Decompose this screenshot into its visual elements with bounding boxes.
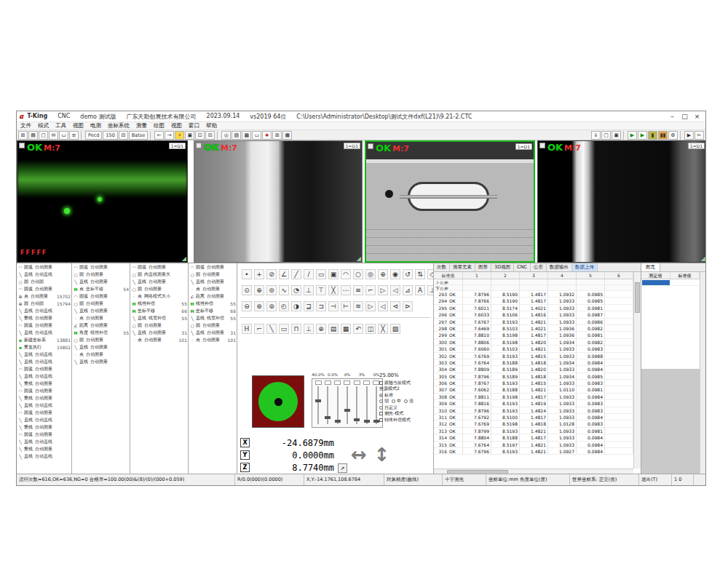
measure-tool-icon[interactable]: ◁ bbox=[390, 285, 400, 295]
data-row[interactable]: 297OK7.67678.51931.48211.09330.0986 bbox=[434, 319, 633, 325]
folder-new-icon[interactable]: ▣ bbox=[612, 131, 621, 140]
list-item[interactable]: ╲直线自动测量31 bbox=[189, 329, 237, 336]
data-row[interactable]: 294OK7.87668.51901.48171.09330.0985 bbox=[434, 298, 633, 304]
batch-button[interactable]: Batse bbox=[129, 131, 148, 140]
light-slider[interactable] bbox=[353, 380, 360, 427]
results-scrollbar[interactable] bbox=[700, 272, 705, 475]
measure-tool-icon[interactable]: ⊥ bbox=[304, 324, 314, 334]
table-tab-1[interactable]: 测量元素 bbox=[450, 263, 475, 271]
list-item[interactable]: ◠圆弧自动测量 bbox=[17, 322, 71, 329]
data-row[interactable]: 313OK7.87998.51931.48211.09330.0981 bbox=[434, 428, 633, 434]
list-item[interactable]: ╲直线自动直线 bbox=[17, 438, 71, 445]
list-item[interactable]: ╲直线自动测量 bbox=[72, 358, 130, 365]
measure-tool-icon[interactable]: ╲ bbox=[266, 324, 277, 334]
star-button[interactable]: ∗ bbox=[262, 131, 272, 140]
measure-tool-icon[interactable]: ≋ bbox=[353, 301, 363, 311]
list-item[interactable]: H线性补偿55 bbox=[130, 300, 188, 307]
measure-tool-icon[interactable]: / bbox=[304, 269, 314, 279]
light-slider[interactable] bbox=[334, 380, 341, 427]
list-item[interactable]: ◠圆弧自动测量 bbox=[72, 292, 130, 300]
edit-cut-icon[interactable]: ✂ bbox=[695, 131, 704, 140]
measure-tool-icon[interactable]: ▷ bbox=[378, 285, 388, 295]
data-row[interactable]: 304OK7.88098.51891.48201.09330.0984 bbox=[434, 366, 633, 372]
measure-tool-icon[interactable]: ╱ bbox=[291, 269, 301, 279]
axis-zero-button[interactable]: Z bbox=[240, 463, 250, 472]
list-item[interactable]: ◠圆弧自动测量 bbox=[17, 431, 71, 438]
list-item[interactable]: ◠圆弧自动测量 bbox=[17, 365, 71, 372]
data-row[interactable]: 296OK7.60338.51061.48161.09330.0987 bbox=[434, 311, 633, 318]
vertical-scrollbar[interactable] bbox=[633, 272, 641, 469]
list-item[interactable]: ⊕点自动测量15702 bbox=[17, 292, 71, 300]
list-item[interactable]: ╲直线自动直线 bbox=[17, 271, 71, 278]
list-item[interactable]: ○圆内直线测量大 bbox=[130, 271, 188, 278]
light-option[interactable]: 弱 bbox=[379, 399, 389, 405]
light-option[interactable]: 自定义 bbox=[379, 404, 432, 411]
list-item[interactable]: ╲直线自动直线 bbox=[17, 402, 71, 409]
measure-tool-icon[interactable]: ⊖ bbox=[242, 301, 252, 311]
light-slider[interactable] bbox=[344, 380, 351, 427]
flash-button[interactable]: ⚡ bbox=[175, 131, 184, 140]
measure-tool-icon[interactable]: ∠ bbox=[279, 269, 289, 279]
list-item[interactable]: ○圆自动测量 bbox=[130, 285, 188, 292]
measure-tool-icon[interactable]: ⊢ bbox=[341, 301, 351, 311]
list-item[interactable]: ╲直线自动直线 bbox=[17, 329, 71, 336]
list-icon[interactable]: ≡ bbox=[69, 131, 79, 140]
list-item[interactable]: ╲直线自动直线 bbox=[17, 372, 71, 380]
axis-zero-button[interactable]: Y bbox=[240, 450, 250, 460]
measure-tool-icon[interactable]: ▭ bbox=[316, 269, 326, 279]
list-item[interactable]: ╲直线自动直线 bbox=[17, 416, 71, 423]
capture-icon[interactable]: ▣ bbox=[185, 131, 194, 140]
list-item[interactable]: ╲重线自动测量 bbox=[17, 445, 71, 453]
list-item[interactable]: ╲直线自动直线 bbox=[17, 453, 71, 460]
speed-value-button[interactable]: 150 bbox=[103, 131, 117, 140]
camera-menu-icon[interactable] bbox=[368, 143, 373, 149]
results-first-row[interactable] bbox=[641, 279, 700, 286]
measure-tool-icon[interactable]: ◔ bbox=[291, 285, 301, 295]
open-file-icon[interactable]: ▢ bbox=[39, 131, 48, 140]
list-item[interactable]: H角度线性补偿55 bbox=[72, 329, 130, 336]
list-item[interactable]: ◠圆弧自动测量 bbox=[130, 263, 188, 271]
maximize-button[interactable]: □ bbox=[678, 112, 691, 121]
play-single-icon[interactable]: ▶ bbox=[684, 131, 694, 140]
camera-menu-icon[interactable] bbox=[196, 143, 202, 148]
table-tab-2[interactable]: 图形 bbox=[475, 263, 491, 271]
measure-tool-icon[interactable]: ⊐ bbox=[316, 301, 326, 311]
camera-preview[interactable] bbox=[252, 375, 304, 428]
resize-icon[interactable]: ◢ bbox=[182, 255, 186, 262]
list-item[interactable]: ◠圆弧自动测量 bbox=[17, 263, 71, 271]
table-tab-6[interactable]: 数据输出 bbox=[547, 263, 572, 271]
list-item[interactable]: ╲直线自动直线 bbox=[17, 351, 71, 358]
close-button[interactable]: × bbox=[691, 112, 703, 121]
measure-tool-icon[interactable]: ⊕ bbox=[378, 269, 388, 279]
list-item[interactable]: ◠圆弧自动测量 bbox=[17, 285, 71, 292]
resize-icon[interactable]: ◢ bbox=[529, 255, 533, 261]
table-tab-0[interactable]: 次数 bbox=[434, 263, 450, 271]
list-item[interactable]: ∠距离自动测量 bbox=[189, 292, 237, 300]
list-item[interactable]: ╲直线自动测量 bbox=[72, 307, 130, 314]
measure-tool-icon[interactable]: ▣ bbox=[328, 269, 339, 279]
list-item[interactable]: ╲直线自动直线 bbox=[17, 307, 71, 314]
menu-item-3[interactable]: 视图 bbox=[73, 122, 84, 129]
view-toggle-icon[interactable]: ▤ bbox=[28, 131, 38, 140]
measure-tool-icon[interactable]: ◑ bbox=[291, 301, 301, 311]
data-row[interactable]: 306OK7.87678.51931.48151.09330.0983 bbox=[434, 380, 633, 386]
measure-tool-icon[interactable]: ⊕ bbox=[316, 324, 326, 334]
data-row[interactable]: 314OK7.88048.51881.48171.09330.0984 bbox=[434, 434, 633, 441]
monitor-icon[interactable]: ▭ bbox=[59, 131, 68, 140]
measure-tool-icon[interactable]: ◫ bbox=[365, 324, 376, 334]
resize-icon[interactable]: ◢ bbox=[357, 255, 361, 262]
measure-tool-icon[interactable]: + bbox=[254, 269, 264, 279]
resize-icon[interactable]: ◢ bbox=[701, 255, 705, 262]
data-row[interactable]: 305OK7.87968.51891.48181.09340.0985 bbox=[434, 373, 633, 380]
slider-thumb[interactable] bbox=[335, 420, 341, 423]
list-item[interactable]: ╲直线线宽补偿55 bbox=[189, 314, 237, 322]
list-item[interactable]: H坐标平移66 bbox=[189, 307, 237, 314]
measure-tool-icon[interactable]: A bbox=[415, 285, 425, 295]
measure-tool-icon[interactable]: ◴ bbox=[279, 301, 289, 311]
measure-tool-icon[interactable]: ▤ bbox=[328, 324, 339, 334]
list-item[interactable]: ╲直线自动测量31 bbox=[130, 329, 188, 336]
feed-button[interactable]: Pecd bbox=[85, 131, 102, 140]
measure-tool-icon[interactable]: ⊕ bbox=[254, 285, 264, 295]
measure-tool-icon[interactable]: ⋯ bbox=[341, 285, 351, 295]
list-item[interactable]: ·点自动测量 bbox=[189, 285, 237, 292]
